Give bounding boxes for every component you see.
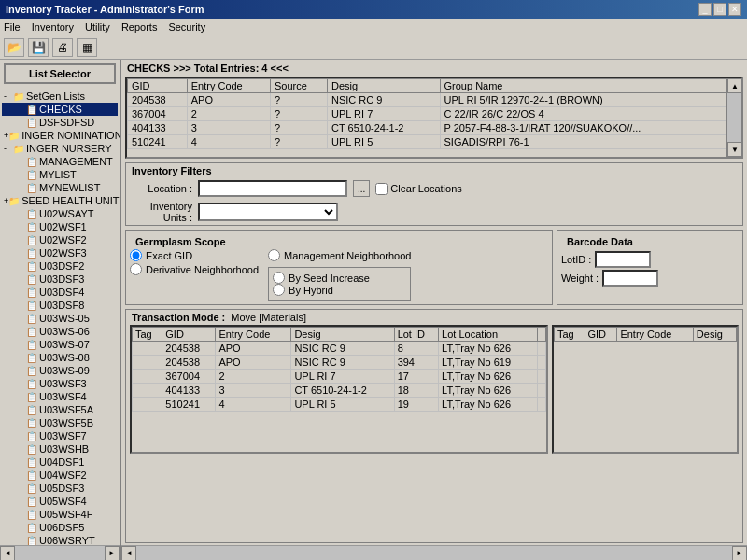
detail-col-lot-location: Lot Location (439, 328, 538, 342)
detail-row[interactable]: 4041333CT 6510-24-1-218LT,Tray No 626 (133, 384, 546, 398)
details-right-table[interactable]: Tag GID Entry Code Desig (552, 325, 739, 454)
tree-item[interactable]: 📋MYLIST (2, 168, 118, 181)
tree-item[interactable]: 📋U03DSF8 (2, 299, 118, 312)
tree-item[interactable]: 📋U06WSRYT (2, 534, 118, 545)
tree-item[interactable]: 📋U03WSF5A (2, 403, 118, 416)
hybrid-text: By Hybrid (289, 285, 333, 296)
tree-item[interactable]: 📋U03WS-09 (2, 364, 118, 377)
menu-inventory[interactable]: Inventory (32, 21, 74, 33)
menu-file[interactable]: File (4, 21, 21, 33)
main-layout: List Selector -📁SetGen Lists📋CHECKS📋DSFS… (0, 60, 747, 560)
management-radio[interactable] (268, 249, 280, 261)
management-radio-label[interactable]: Management Neighborhood (268, 249, 411, 261)
tree-item[interactable]: 📋U05WSF4 (2, 495, 118, 508)
location-input[interactable] (198, 180, 347, 197)
toolbar-barcode-button[interactable]: ▦ (77, 38, 97, 57)
tree-item[interactable]: 📋U04DSF1 (2, 455, 118, 469)
table-row[interactable]: 5102414?UPL RI 5SIGADIS/RPI 76-1 (128, 135, 726, 149)
barcode-section: Barcode Data LotID : Weight : (557, 230, 743, 305)
tree-item[interactable]: 📋U03WSF4 (2, 390, 118, 403)
tree-item[interactable]: 📋U03WS-06 (2, 325, 118, 338)
tree-container[interactable]: -📁SetGen Lists📋CHECKS📋DSFSDFSD+📁INGER NO… (0, 88, 120, 545)
col-desig: Desig (328, 79, 440, 93)
toolbar-save-button[interactable]: 💾 (28, 38, 49, 57)
tree-item[interactable]: 📋U02WSAYT (2, 207, 118, 220)
management-label: Management Neighborhood (284, 250, 411, 261)
detail-row[interactable]: 204538APONSIC RC 98LT,Tray No 626 (133, 342, 546, 356)
derivative-radio-label[interactable]: Derivative Neighborhood (130, 263, 259, 275)
filters-title: Inventory Filters (126, 163, 742, 178)
exact-gid-radio[interactable] (130, 249, 142, 261)
title-bar: Inventory Tracker - Administrator's Form… (0, 0, 747, 19)
tree-item[interactable]: 📋U03WSF5B (2, 416, 118, 429)
derivative-radio[interactable] (130, 263, 142, 275)
units-select[interactable] (198, 203, 338, 221)
detail-row[interactable]: 204538APONSIC RC 9394LT,Tray No 619 (133, 356, 546, 370)
window-title: Inventory Tracker - Administrator's Form (6, 4, 204, 15)
detail-row[interactable]: 5102414UPL RI 519LT,Tray No 626 (133, 398, 546, 412)
tree-item[interactable]: 📋U03WS-08 (2, 351, 118, 364)
clear-locations-checkbox[interactable] (375, 183, 388, 195)
scroll-down[interactable]: ▼ (727, 142, 742, 157)
bottom-scroll-track[interactable] (136, 546, 732, 561)
tree-item[interactable]: 📋U02WSF3 (2, 246, 118, 259)
col-source: Source (270, 79, 327, 93)
browse-button[interactable]: ... (353, 180, 370, 197)
scroll-up[interactable]: ▲ (727, 78, 742, 93)
scroll-right-arrow[interactable]: ► (105, 546, 120, 561)
tree-item[interactable]: 📋U03DSF3 (2, 273, 118, 286)
detail-right-col-entry-code: Entry Code (617, 328, 693, 342)
tree-item[interactable]: 📋U03DSF2 (2, 259, 118, 273)
tree-item[interactable]: -📁INGER NURSERY (2, 142, 118, 155)
toolbar-print-button[interactable]: 🖨 (52, 38, 73, 57)
seed-increase-radio[interactable] (273, 272, 285, 284)
tree-item[interactable]: 📋U03DSF4 (2, 286, 118, 299)
tree-item[interactable]: 📋U03WSF7 (2, 429, 118, 442)
seed-increase-label[interactable]: By Seed Increase (273, 272, 406, 284)
menu-reports[interactable]: Reports (121, 21, 158, 33)
toolbar-open-button[interactable]: 📂 (4, 38, 24, 57)
top-table-container[interactable]: GID Entry Code Source Desig Group Name 2… (127, 78, 726, 157)
tree-item[interactable]: 📋U03WSF3 (2, 377, 118, 390)
tree-item[interactable]: 📋U03WSHB (2, 442, 118, 455)
tree-item[interactable]: 📋DSFSDFSD (2, 116, 118, 129)
tree-item[interactable]: 📋U03WS-05 (2, 312, 118, 325)
tree-item[interactable]: +📁INGER NOMINATION LI: (2, 129, 118, 142)
scroll-track[interactable] (15, 546, 105, 561)
list-selector-header: List Selector (4, 63, 116, 84)
tree-item[interactable]: 📋U03WS-07 (2, 338, 118, 351)
tree-item[interactable]: 📋CHECKS (2, 103, 118, 116)
tree-item[interactable]: 📋MANAGEMENT (2, 155, 118, 168)
hybrid-label[interactable]: By Hybrid (273, 284, 406, 296)
sub-radio-group: By Seed Increase By Hybrid (268, 267, 411, 301)
scroll-left-arrow[interactable]: ◄ (0, 546, 15, 561)
bottom-scroll-left[interactable]: ◄ (121, 546, 136, 561)
close-button[interactable]: ✕ (728, 3, 741, 16)
top-table-scrollbar[interactable]: ▲ ▼ (726, 78, 741, 157)
details-left-table[interactable]: Tag GID Entry Code Desig Lot ID Lot Loca… (130, 325, 548, 454)
tree-item[interactable]: 📋MYNEWLIST (2, 181, 118, 194)
tree-item[interactable]: 📋U06DSF5 (2, 521, 118, 534)
table-row[interactable]: 3670042?UPL RI 7C 22/IR 26/C 22/OS 4 (128, 107, 726, 121)
details-header: Transaction Mode : Move [Materials] (126, 310, 742, 325)
tree-item[interactable]: 📋U02WSF1 (2, 220, 118, 233)
tree-item[interactable]: 📋U05DSF3 (2, 482, 118, 495)
weight-input[interactable] (602, 270, 658, 287)
minimize-button[interactable]: _ (698, 3, 712, 16)
maximize-button[interactable]: □ (713, 3, 726, 16)
tree-item[interactable]: 📋U04WSF2 (2, 469, 118, 482)
table-row[interactable]: 204538APO?NSIC RC 9UPL RI 5/IR 12970-24-… (128, 93, 726, 107)
detail-row[interactable]: 3670042UPL RI 717LT,Tray No 626 (133, 370, 546, 384)
tree-item[interactable]: 📋U02WSF2 (2, 233, 118, 246)
menu-security[interactable]: Security (168, 21, 205, 33)
tree-item[interactable]: 📋U05WSF4F (2, 508, 118, 521)
menu-utility[interactable]: Utility (85, 21, 110, 33)
hybrid-radio[interactable] (273, 284, 285, 296)
table-row[interactable]: 4041333?CT 6510-24-1-2P 2057-F4-88-3-1/I… (128, 121, 726, 135)
tree-item[interactable]: -📁SetGen Lists (2, 90, 118, 103)
detail-col-desig: Desig (291, 328, 394, 342)
tree-item[interactable]: +📁SEED HEALTH UNIT (2, 194, 118, 207)
bottom-scroll-right[interactable]: ► (732, 546, 747, 561)
exact-gid-radio-label[interactable]: Exact GID (130, 249, 259, 261)
lot-id-input[interactable] (595, 251, 651, 268)
